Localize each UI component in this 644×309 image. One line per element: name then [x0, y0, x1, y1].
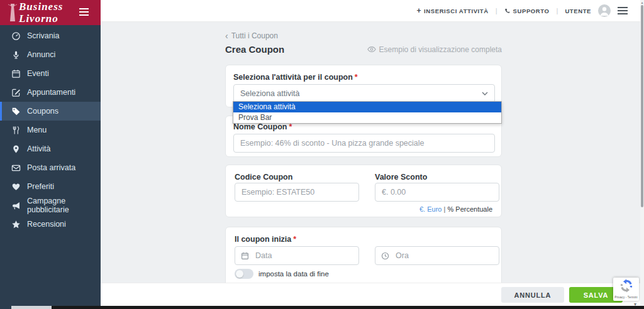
end-date-toggle-label: imposta la data di fine — [258, 270, 329, 278]
microphone-icon — [11, 50, 21, 60]
horizontal-scrollbar-thumb[interactable] — [11, 306, 52, 309]
start-time-input[interactable] — [375, 246, 499, 265]
start-date-input[interactable] — [235, 246, 359, 265]
horizontal-scrollbar-track-left — [0, 306, 11, 309]
vertical-scrollbar-thumb[interactable] — [641, 5, 643, 207]
sidebar-item-label: Campagne pubblicitarie — [27, 197, 101, 214]
sidebar-item-recensioni[interactable]: Recensioni — [0, 215, 101, 234]
horizontal-scrollbar[interactable] — [0, 306, 644, 309]
sidebar-item-label: Recensioni — [27, 220, 66, 229]
sidebar-item-annunci[interactable]: Annunci — [0, 45, 101, 64]
star-icon — [11, 220, 21, 229]
sidebar-item-label: Coupons — [27, 107, 58, 116]
discount-label: Valore Sconto — [375, 173, 427, 182]
chevron-down-icon — [482, 92, 488, 95]
sidebar-item-attivita[interactable]: Attività — [0, 139, 101, 158]
sidebar-nav: Scrivania Annunci Eventi Appuntamenti — [0, 26, 101, 234]
support-link[interactable]: SUPPORTO — [504, 8, 550, 14]
insert-activity-link[interactable]: + INSERISCI ATTIVITÀ — [416, 6, 488, 15]
coupon-code-input[interactable] — [235, 183, 359, 202]
sidebar-item-scrivania[interactable]: Scrivania — [0, 26, 101, 45]
sidebar-item-label: Appuntamenti — [27, 88, 75, 97]
name-label: Nome Coupon* — [233, 122, 292, 131]
brand-logo[interactable]: Business Livorno — [0, 0, 101, 25]
sidebar-item-label: Attività — [27, 144, 51, 153]
utensils-icon — [11, 126, 21, 135]
lighthouse-icon — [8, 3, 18, 23]
user-avatar[interactable] — [598, 4, 611, 17]
calendar-icon — [11, 69, 21, 79]
dropdown-option-seleziona-attivita[interactable]: Seleziona attività — [233, 102, 501, 112]
sidebar-item-appuntamenti[interactable]: Appuntamenti — [0, 83, 101, 102]
eye-icon — [367, 46, 376, 53]
sidebar-item-posta-arrivata[interactable]: Posta arrivata — [0, 158, 101, 177]
chevron-left-icon: ‹ — [225, 32, 228, 40]
menu-icon[interactable] — [618, 5, 628, 16]
toggle-knob — [236, 270, 243, 278]
tag-icon — [11, 107, 21, 116]
brand-name: Business Livorno — [19, 1, 63, 24]
sidebar-item-label: Preferiti — [27, 182, 54, 191]
sidebar-item-label: Eventi — [27, 69, 49, 78]
start-label: Il coupon inizia* — [235, 235, 296, 244]
user-menu-link[interactable]: UTENTE — [565, 8, 591, 14]
heart-icon — [11, 182, 21, 192]
euro-option-link[interactable]: €. Euro — [419, 205, 441, 213]
activity-label: Seleziona l'attività per il coupon* — [233, 73, 358, 82]
sidebar-item-label: Annunci — [27, 50, 55, 59]
end-date-toggle[interactable] — [235, 269, 253, 279]
divider: | — [496, 7, 497, 14]
code-value-card: Codice Coupon Valore Sconto €. Euro | % … — [225, 165, 502, 217]
calendar-icon — [241, 252, 249, 260]
recaptcha-icon — [619, 279, 633, 293]
megaphone-icon — [11, 201, 21, 210]
sidebar-collapse-icon[interactable] — [79, 8, 89, 18]
dropdown-option-prova-bar[interactable]: Prova Bar — [233, 112, 501, 123]
breadcrumb[interactable]: ‹ Tutti i Coupon — [225, 31, 278, 40]
clock-icon — [381, 252, 389, 260]
top-header: + INSERISCI ATTIVITÀ | SUPPORTO | UTENTE — [101, 0, 644, 22]
sidebar-item-preferiti[interactable]: Preferiti — [0, 177, 101, 196]
discount-value-input[interactable] — [375, 183, 499, 202]
coupon-name-input[interactable] — [233, 134, 495, 153]
sidebar-item-label: Scrivania — [27, 31, 59, 40]
app-window: Business Livorno Scrivania Annunci — [0, 0, 644, 309]
envelope-icon — [11, 163, 21, 173]
discount-type-switch: €. Euro | % Percentuale — [419, 205, 492, 213]
preview-link[interactable]: Esempio di visualizzazione completa — [367, 45, 502, 54]
title-row: Crea Coupon Esempio di visualizzazione c… — [225, 44, 502, 55]
cancel-button[interactable]: ANNULLA — [501, 287, 564, 303]
divider: | — [557, 7, 558, 14]
sidebar: Business Livorno Scrivania Annunci — [0, 0, 101, 309]
sidebar-item-coupons[interactable]: Coupons — [0, 102, 101, 121]
sidebar-item-label: Posta arrivata — [27, 163, 75, 172]
edit-square-icon — [11, 88, 21, 97]
person-icon — [598, 4, 611, 17]
sidebar-item-eventi[interactable]: Eventi — [0, 64, 101, 83]
scroll-up-arrow[interactable]: ▲ — [640, 1, 644, 4]
map-pin-icon — [11, 144, 21, 154]
vertical-scrollbar[interactable]: ▲ — [640, 0, 644, 309]
percent-option-link[interactable]: % Percentuale — [447, 205, 492, 213]
recaptcha-links[interactable]: Privacy - Termini — [613, 296, 639, 299]
recaptcha-badge[interactable]: Privacy - Termini — [613, 278, 639, 301]
speedometer-icon — [11, 31, 21, 41]
sidebar-item-campagne-pubblicitarie[interactable]: Campagne pubblicitarie — [0, 196, 101, 215]
activity-select[interactable]: Seleziona attività — [233, 84, 495, 103]
phone-icon — [504, 8, 511, 14]
plus-icon: + — [416, 6, 421, 15]
sidebar-item-label: Menu — [27, 126, 47, 134]
action-bar: ANNULLA SALVA — [101, 283, 644, 306]
activity-dropdown-list: Seleziona attività Prova Bar — [233, 101, 502, 124]
page-title: Crea Coupon — [225, 44, 284, 55]
sidebar-item-menu[interactable]: Menu — [0, 121, 101, 139]
code-label: Codice Coupon — [235, 173, 292, 182]
